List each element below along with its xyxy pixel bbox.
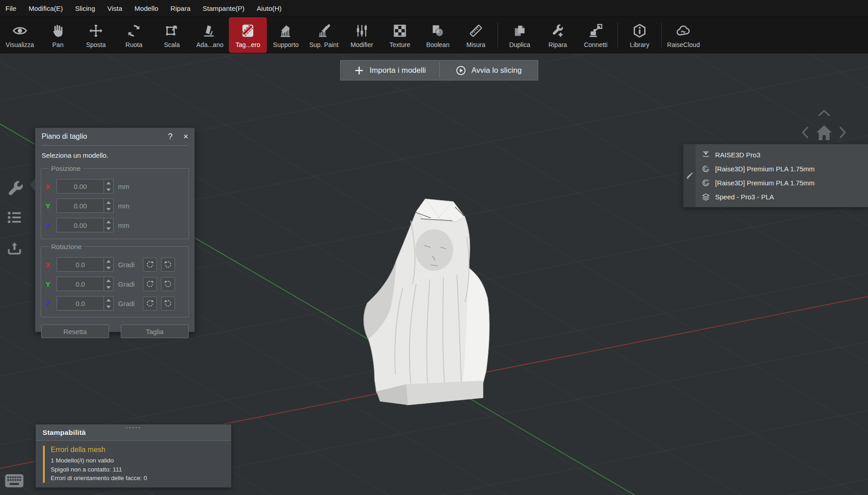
position-input-x[interactable] [57, 179, 104, 193]
tool-visualizza[interactable]: Visualizza [1, 17, 39, 53]
tool-library[interactable]: Library [621, 17, 659, 53]
spinner-down[interactable] [104, 186, 113, 193]
tool-ruota[interactable]: Ruota [115, 17, 153, 53]
face-shading [415, 229, 453, 271]
rotate-view-left-button[interactable] [801, 126, 810, 139]
printer-panel-row[interactable]: R[Raise3D] Premium PLA 1.75mm [701, 177, 868, 189]
home-view-button[interactable] [813, 121, 835, 144]
import-models-label: Importa i modelli [370, 66, 426, 75]
rotation-input-y[interactable] [57, 277, 104, 291]
printer-panel-row[interactable]: Speed - Pro3 - PLA [701, 191, 868, 203]
triangle-down-icon [106, 189, 111, 191]
menu-item-modello[interactable]: Modello [134, 5, 158, 12]
rotate-cw-button-x[interactable] [161, 258, 175, 272]
unit-label: mm [118, 222, 139, 229]
spinner-buttons[interactable] [104, 257, 114, 272]
menu-item-file[interactable]: File [5, 5, 16, 12]
checker-icon [392, 22, 408, 40]
spinner-down[interactable] [104, 303, 113, 310]
toolbar-separator [661, 23, 662, 47]
spinner-buttons[interactable] [104, 198, 114, 213]
printer-panel-row[interactable]: RAISE3D Pro3 [701, 149, 868, 161]
spinner-up[interactable] [104, 258, 113, 264]
rotation-row-y: YGradi [46, 277, 184, 291]
unit-label: mm [118, 202, 139, 210]
triangle-down-icon [106, 267, 111, 269]
spinner-buttons[interactable] [104, 296, 114, 311]
tool-ada-ano[interactable]: Ada...ano [191, 17, 229, 53]
cw-icon [163, 260, 173, 269]
axis-label-x: X [46, 183, 57, 190]
rotate-ccw-button-x[interactable] [143, 258, 157, 272]
tool-sup-paint[interactable]: Sup. Paint [305, 17, 343, 53]
rotate-ccw-button-z[interactable] [143, 297, 157, 311]
rotate-view-right-button[interactable] [838, 126, 847, 139]
tool-supporto[interactable]: Supporto [267, 17, 305, 53]
spinner-down[interactable] [104, 264, 113, 271]
tool-boolean[interactable]: Boolean [419, 17, 457, 53]
spinner-buttons[interactable] [104, 277, 114, 291]
spinner-up[interactable] [104, 218, 113, 225]
keyboard-shortcuts-button[interactable] [5, 473, 24, 490]
rotation-input-z[interactable] [57, 296, 104, 311]
cut-button[interactable]: Taglia [121, 325, 189, 338]
tool-label: RaiseCloud [667, 41, 700, 48]
menu-item-aiuto-h[interactable]: Aiuto(H) [257, 5, 282, 12]
tool-ripara[interactable]: Ripara [539, 17, 577, 53]
close-icon[interactable]: × [172, 132, 188, 141]
rotate-cw-button-z[interactable] [161, 297, 175, 311]
position-input-z[interactable] [57, 218, 104, 232]
tool-sposta[interactable]: Sposta [77, 17, 115, 53]
position-input-y[interactable] [57, 198, 104, 213]
export-upload-button[interactable] [5, 237, 24, 258]
tool-texture[interactable]: Texture [381, 17, 419, 53]
menu-item-slicing[interactable]: Slicing [75, 5, 95, 12]
spinner-up[interactable] [104, 297, 113, 303]
tool-tag-ero[interactable]: Tag...ero [229, 17, 267, 53]
tool-modifier[interactable]: Modifier [343, 17, 381, 53]
edit-printer-settings-button[interactable] [683, 144, 696, 207]
help-button[interactable]: ? [157, 132, 172, 141]
spinner-up[interactable] [104, 277, 113, 284]
play-circle-icon [455, 65, 466, 76]
wrenchplus-icon [550, 22, 565, 40]
reset-button[interactable]: Resetta [41, 325, 109, 338]
tool-scala[interactable]: Scala [153, 17, 191, 53]
spinner-buttons[interactable] [104, 179, 114, 193]
spinner-up[interactable] [104, 199, 113, 206]
model-bust[interactable] [348, 193, 507, 406]
spinner-down[interactable] [104, 206, 113, 212]
import-models-button[interactable]: Importa i modelli [341, 61, 439, 80]
spinner-down[interactable] [104, 284, 113, 291]
rotate-ccw-button-y[interactable] [143, 277, 157, 291]
unit-label: Gradi [118, 261, 139, 269]
model-settings-wrench-button[interactable] [5, 179, 25, 199]
rotate-cw-button-y[interactable] [161, 277, 175, 291]
flat-top-cut [416, 199, 465, 222]
tool-pan[interactable]: Pan [39, 17, 77, 53]
menu-item-stampante-p[interactable]: Stampante(P) [203, 5, 245, 12]
start-slicing-button[interactable]: Avvia lo slicing [440, 61, 538, 80]
model-list-button[interactable] [5, 209, 24, 226]
tool-label: Tag...ero [236, 41, 260, 48]
nozzle-icon [701, 150, 711, 160]
rotate-view-up-button[interactable] [817, 108, 831, 118]
tool-label: Visualizza [6, 41, 34, 48]
tool-duplica[interactable]: Duplica [501, 17, 539, 53]
unit-label: Gradi [118, 280, 139, 288]
menu-item-vista[interactable]: Vista [107, 5, 122, 12]
spinner-buttons[interactable] [104, 218, 114, 232]
tool-misura[interactable]: Misura [457, 17, 495, 53]
printer-panel-row[interactable]: L[Raise3D] Premium PLA 1.75mm [701, 163, 868, 175]
rotation-input-x[interactable] [57, 257, 104, 272]
spinner-down[interactable] [104, 225, 113, 232]
tool-connetti[interactable]: Connetti [577, 17, 615, 53]
menu-item-modifica-e[interactable]: Modifica(E) [28, 5, 63, 12]
plinth-front [406, 381, 483, 405]
toolbar: VisualizzaPanSpostaRuotaScalaAda...anoTa… [0, 17, 868, 53]
menu-item-ripara[interactable]: Ripara [171, 5, 190, 12]
tool-raisecloud[interactable]: RaiseCloud [664, 17, 702, 53]
spinner-up[interactable] [104, 179, 113, 186]
infohex-icon [632, 22, 647, 40]
panel-drag-handle[interactable]: ····· [36, 423, 231, 431]
